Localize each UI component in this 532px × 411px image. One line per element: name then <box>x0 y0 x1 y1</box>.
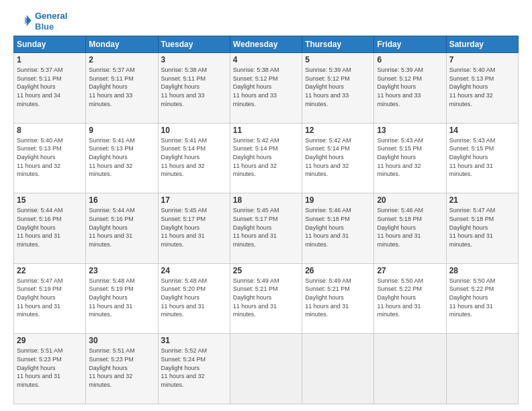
table-row: 14Sunrise: 5:43 AMSunset: 5:15 PMDayligh… <box>446 123 518 193</box>
calendar-week-5: 29Sunrise: 5:51 AMSunset: 5:23 PMDayligh… <box>14 334 519 404</box>
table-row <box>446 334 518 404</box>
table-row: 2Sunrise: 5:37 AMSunset: 5:11 PMDaylight… <box>86 53 158 124</box>
table-row: 16Sunrise: 5:44 AMSunset: 5:16 PMDayligh… <box>86 193 158 264</box>
table-row: 20Sunrise: 5:46 AMSunset: 5:18 PMDayligh… <box>374 193 446 264</box>
header-saturday: Saturday <box>446 36 518 53</box>
calendar-week-4: 22Sunrise: 5:47 AMSunset: 5:19 PMDayligh… <box>14 263 519 334</box>
table-row: 21Sunrise: 5:47 AMSunset: 5:18 PMDayligh… <box>446 193 518 264</box>
table-row: 29Sunrise: 5:51 AMSunset: 5:23 PMDayligh… <box>14 334 86 404</box>
table-row: 25Sunrise: 5:49 AMSunset: 5:21 PMDayligh… <box>230 263 302 334</box>
table-row <box>302 334 374 404</box>
table-row: 5Sunrise: 5:39 AMSunset: 5:12 PMDaylight… <box>302 53 374 124</box>
table-row: 7Sunrise: 5:40 AMSunset: 5:13 PMDaylight… <box>446 53 518 124</box>
table-row: 17Sunrise: 5:45 AMSunset: 5:17 PMDayligh… <box>158 193 230 264</box>
table-row: 10Sunrise: 5:41 AMSunset: 5:14 PMDayligh… <box>158 123 230 193</box>
table-row: 8Sunrise: 5:40 AMSunset: 5:13 PMDaylight… <box>14 123 86 193</box>
table-row: 6Sunrise: 5:39 AMSunset: 5:12 PMDaylight… <box>374 53 446 124</box>
header: General Blue <box>13 11 519 32</box>
logo-icon <box>13 12 32 31</box>
table-row: 11Sunrise: 5:42 AMSunset: 5:14 PMDayligh… <box>230 123 302 193</box>
table-row: 9Sunrise: 5:41 AMSunset: 5:13 PMDaylight… <box>86 123 158 193</box>
table-row: 19Sunrise: 5:46 AMSunset: 5:18 PMDayligh… <box>302 193 374 264</box>
table-row <box>374 334 446 404</box>
header-monday: Monday <box>86 36 158 53</box>
header-thursday: Thursday <box>302 36 374 53</box>
table-row: 31Sunrise: 5:52 AMSunset: 5:24 PMDayligh… <box>158 334 230 404</box>
calendar-week-3: 15Sunrise: 5:44 AMSunset: 5:16 PMDayligh… <box>14 193 519 264</box>
calendar-week-1: 1Sunrise: 5:37 AMSunset: 5:11 PMDaylight… <box>14 53 519 124</box>
table-row: 13Sunrise: 5:43 AMSunset: 5:15 PMDayligh… <box>374 123 446 193</box>
table-row: 24Sunrise: 5:48 AMSunset: 5:20 PMDayligh… <box>158 263 230 334</box>
table-row: 12Sunrise: 5:42 AMSunset: 5:14 PMDayligh… <box>302 123 374 193</box>
logo-text: General Blue <box>35 11 67 32</box>
table-row: 30Sunrise: 5:51 AMSunset: 5:23 PMDayligh… <box>86 334 158 404</box>
table-row: 18Sunrise: 5:45 AMSunset: 5:17 PMDayligh… <box>230 193 302 264</box>
table-row: 28Sunrise: 5:50 AMSunset: 5:22 PMDayligh… <box>446 263 518 334</box>
header-sunday: Sunday <box>14 36 86 53</box>
table-row: 15Sunrise: 5:44 AMSunset: 5:16 PMDayligh… <box>14 193 86 264</box>
calendar-header-row: SundayMondayTuesdayWednesdayThursdayFrid… <box>14 36 519 53</box>
header-tuesday: Tuesday <box>158 36 230 53</box>
header-friday: Friday <box>374 36 446 53</box>
table-row: 27Sunrise: 5:50 AMSunset: 5:22 PMDayligh… <box>374 263 446 334</box>
table-row: 23Sunrise: 5:48 AMSunset: 5:19 PMDayligh… <box>86 263 158 334</box>
table-row: 4Sunrise: 5:38 AMSunset: 5:12 PMDaylight… <box>230 53 302 124</box>
table-row <box>230 334 302 404</box>
table-row: 3Sunrise: 5:38 AMSunset: 5:11 PMDaylight… <box>158 53 230 124</box>
header-wednesday: Wednesday <box>230 36 302 53</box>
calendar: SundayMondayTuesdayWednesdayThursdayFrid… <box>13 36 519 404</box>
table-row: 26Sunrise: 5:49 AMSunset: 5:21 PMDayligh… <box>302 263 374 334</box>
calendar-week-2: 8Sunrise: 5:40 AMSunset: 5:13 PMDaylight… <box>14 123 519 193</box>
page: General Blue SundayMondayTuesdayWednesda… <box>0 0 532 411</box>
logo: General Blue <box>13 11 67 32</box>
table-row: 1Sunrise: 5:37 AMSunset: 5:11 PMDaylight… <box>14 53 86 124</box>
table-row: 22Sunrise: 5:47 AMSunset: 5:19 PMDayligh… <box>14 263 86 334</box>
